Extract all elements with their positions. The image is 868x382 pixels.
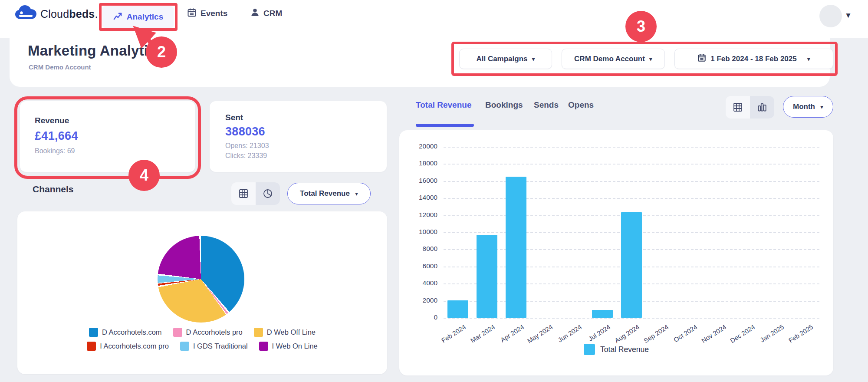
period-dropdown[interactable]: Month ▾ xyxy=(783,96,833,118)
bar-chart-icon[interactable] xyxy=(750,96,774,119)
tab-bookings[interactable]: Bookings xyxy=(485,100,523,110)
revenue-bar-chart-card: 0200040006000800010000120001400016000180… xyxy=(399,130,833,375)
legend-label: I Accorhotels.com pro xyxy=(100,342,169,350)
channels-metric-label: Total Revenue xyxy=(300,189,350,198)
page-title: Marketing Analytics xyxy=(28,43,164,59)
chevron-down-icon[interactable]: ▼ xyxy=(845,11,852,20)
pie-legend-item[interactable]: I Web On Line xyxy=(259,342,318,351)
calendar-icon xyxy=(187,8,197,20)
caret-down-icon: ▾ xyxy=(532,56,535,62)
y-axis-label: 20000 xyxy=(403,142,437,150)
legend-label: D Web Off Line xyxy=(267,328,316,336)
legend-swatch xyxy=(584,344,595,355)
marketing-analytics-page: Cloudbeds. Analytics Events CRM xyxy=(0,0,868,382)
pie-legend: D Accorhotels.comD Accorhotels proD Web … xyxy=(17,328,387,351)
tab-total-revenue[interactable]: Total Revenue xyxy=(416,100,471,110)
nav-item-events[interactable]: Events xyxy=(187,7,227,20)
y-axis-label: 12000 xyxy=(403,211,437,219)
legend-swatch xyxy=(173,328,182,337)
pie-legend-item[interactable]: D Web Off Line xyxy=(254,328,316,337)
legend-swatch xyxy=(89,328,98,337)
caret-down-icon: ▾ xyxy=(807,56,810,62)
revenue-bookings: Bookings: 69 xyxy=(35,147,195,155)
page-subtitle: CRM Demo Account xyxy=(29,63,91,71)
sent-card: Sent 388036 Opens: 21303 Clicks: 23339 xyxy=(210,101,387,172)
period-dropdown-label: Month xyxy=(793,102,815,111)
revenue-title: Revenue xyxy=(35,116,195,125)
tab-opens[interactable]: Opens xyxy=(568,100,594,110)
campaigns-dropdown-label: All Campaigns xyxy=(476,55,527,63)
channels-view-toggle xyxy=(231,182,280,205)
sent-value: 388036 xyxy=(225,125,387,138)
y-axis-label: 8000 xyxy=(403,245,437,253)
avatar[interactable] xyxy=(819,5,842,27)
pie-legend-item[interactable]: I GDS Traditional xyxy=(180,342,248,351)
calendar-small-icon xyxy=(697,53,706,64)
chart-view-toggle xyxy=(726,96,774,119)
active-tab-underline xyxy=(416,124,474,127)
table-grid-icon[interactable] xyxy=(231,182,256,205)
date-range-picker[interactable]: 1 Feb 2024 - 18 Feb 2025 ▾ xyxy=(674,49,833,69)
revenue-value: £41,664 xyxy=(35,129,195,143)
y-axis-label: 6000 xyxy=(403,262,437,270)
y-axis-label: 0 xyxy=(403,313,437,321)
nav-item-analytics[interactable]: Analytics xyxy=(102,6,174,28)
y-axis-label: 14000 xyxy=(403,194,437,201)
y-axis-label: 16000 xyxy=(403,177,437,184)
pie-legend-item[interactable]: D Accorhotels.com xyxy=(89,328,162,337)
campaigns-dropdown[interactable]: All Campaigns ▾ xyxy=(459,49,552,69)
legend-label: I Web On Line xyxy=(272,342,318,350)
gridline xyxy=(444,164,819,165)
bar-mar-2024[interactable] xyxy=(477,235,497,318)
pie-chart-icon[interactable] xyxy=(256,182,280,205)
gridline xyxy=(444,181,819,182)
bar-chart-legend[interactable]: Total Revenue xyxy=(399,344,833,355)
legend-swatch xyxy=(259,342,268,351)
bar-apr-2024[interactable] xyxy=(506,177,526,318)
legend-swatch xyxy=(180,342,189,351)
table-grid-icon[interactable] xyxy=(726,96,750,119)
pie-legend-item[interactable]: D Accorhotels pro xyxy=(173,328,243,337)
caret-down-icon: ▾ xyxy=(355,191,358,197)
legend-swatch xyxy=(254,328,263,337)
tab-sends[interactable]: Sends xyxy=(534,100,559,110)
channels-metric-dropdown[interactable]: Total Revenue ▾ xyxy=(287,183,371,204)
account-dropdown-label: CRM Demo Account xyxy=(574,55,645,63)
date-range-label: 1 Feb 2024 - 18 Feb 2025 xyxy=(710,55,796,63)
sent-clicks: Clicks: 23339 xyxy=(225,152,387,160)
legend-label: Total Revenue xyxy=(600,345,649,354)
gridline xyxy=(444,318,819,319)
pie-legend-item[interactable]: I Accorhotels.com pro xyxy=(87,342,169,351)
chart-line-icon xyxy=(113,11,123,23)
gridline xyxy=(444,147,819,148)
cloudbeds-logo[interactable]: Cloudbeds. xyxy=(14,4,98,23)
nav-analytics-label: Analytics xyxy=(127,12,163,22)
y-axis-label: 4000 xyxy=(403,279,437,287)
sent-title: Sent xyxy=(225,113,387,122)
legend-swatch xyxy=(87,342,96,351)
nav-crm-label: CRM xyxy=(263,9,282,18)
revenue-card: Revenue £41,664 Bookings: 69 xyxy=(20,101,195,172)
nav-events-label: Events xyxy=(201,9,227,18)
y-axis-label: 2000 xyxy=(403,296,437,304)
gridline xyxy=(444,198,819,199)
nav-item-crm[interactable]: CRM xyxy=(250,7,282,20)
person-icon xyxy=(250,8,260,19)
channels-heading: Channels xyxy=(33,184,74,194)
bar-feb-2024[interactable] xyxy=(447,300,468,318)
cloud-logo-icon xyxy=(14,4,38,23)
caret-down-icon: ▾ xyxy=(820,104,823,110)
bar-aug-2024[interactable] xyxy=(621,212,642,318)
bar-jul-2024[interactable] xyxy=(592,310,613,318)
account-dropdown[interactable]: CRM Demo Account ▾ xyxy=(562,49,665,69)
legend-label: D Accorhotels.com xyxy=(102,328,162,336)
y-axis-label: 18000 xyxy=(403,159,437,167)
sent-opens: Opens: 21303 xyxy=(225,142,387,150)
logo-wordmark: Cloudbeds. xyxy=(40,8,98,20)
y-axis-label: 10000 xyxy=(403,228,437,236)
channels-pie[interactable] xyxy=(158,236,244,323)
caret-down-icon: ▾ xyxy=(649,56,652,62)
legend-label: I GDS Traditional xyxy=(193,342,248,350)
legend-label: D Accorhotels pro xyxy=(186,328,243,336)
